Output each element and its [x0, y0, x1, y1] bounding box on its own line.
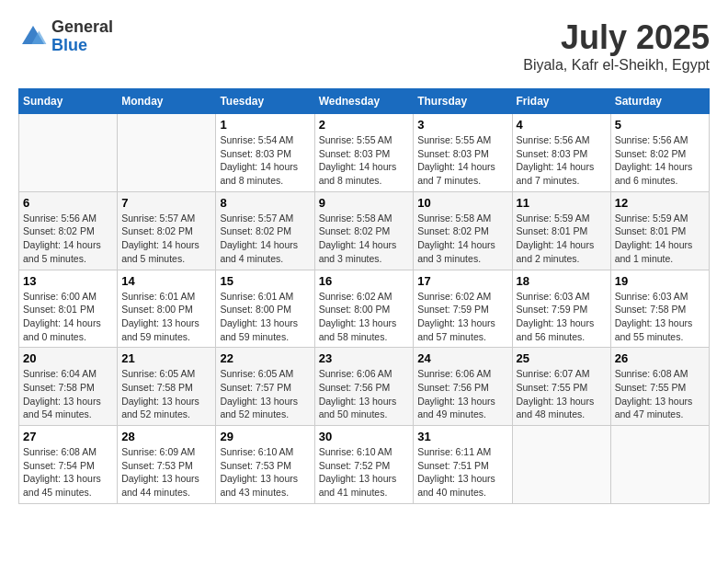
day-info: Sunrise: 6:05 AM Sunset: 7:57 PM Dayligh… [220, 367, 310, 421]
calendar-cell: 13Sunrise: 6:00 AM Sunset: 8:01 PM Dayli… [19, 270, 118, 348]
calendar-cell: 23Sunrise: 6:06 AM Sunset: 7:56 PM Dayli… [314, 348, 414, 426]
day-info: Sunrise: 6:03 AM Sunset: 7:58 PM Dayligh… [615, 290, 705, 344]
day-number: 8 [220, 196, 310, 210]
day-number: 19 [615, 274, 705, 288]
calendar-cell: 28Sunrise: 6:09 AM Sunset: 7:53 PM Dayli… [118, 426, 216, 504]
calendar-weekday-header: Monday [118, 89, 216, 114]
day-info: Sunrise: 6:04 AM Sunset: 7:58 PM Dayligh… [23, 367, 113, 421]
calendar-cell: 22Sunrise: 6:05 AM Sunset: 7:57 PM Dayli… [216, 348, 314, 426]
day-info: Sunrise: 6:05 AM Sunset: 7:58 PM Dayligh… [121, 367, 211, 421]
calendar-cell [19, 114, 118, 192]
calendar-cell: 11Sunrise: 5:59 AM Sunset: 8:01 PM Dayli… [512, 191, 610, 270]
logo-text: General Blue [51, 18, 113, 55]
day-info: Sunrise: 5:57 AM Sunset: 8:02 PM Dayligh… [121, 212, 211, 266]
day-info: Sunrise: 6:06 AM Sunset: 7:56 PM Dayligh… [319, 367, 410, 421]
title-block: July 2025 Biyala, Kafr el-Sheikh, Egypt [523, 18, 710, 74]
day-number: 13 [23, 274, 113, 288]
day-info: Sunrise: 6:11 AM Sunset: 7:51 PM Dayligh… [417, 445, 507, 500]
day-number: 15 [220, 274, 310, 288]
day-info: Sunrise: 6:07 AM Sunset: 7:55 PM Dayligh… [517, 367, 607, 421]
day-info: Sunrise: 5:55 AM Sunset: 8:03 PM Dayligh… [319, 133, 410, 188]
calendar-cell: 29Sunrise: 6:10 AM Sunset: 7:53 PM Dayli… [216, 426, 314, 504]
calendar-week-row: 27Sunrise: 6:08 AM Sunset: 7:54 PM Dayli… [19, 426, 710, 504]
day-number: 16 [319, 274, 410, 288]
day-number: 2 [319, 118, 410, 132]
day-info: Sunrise: 6:00 AM Sunset: 8:01 PM Dayligh… [23, 290, 113, 344]
day-info: Sunrise: 6:10 AM Sunset: 7:52 PM Dayligh… [319, 445, 410, 500]
day-number: 10 [417, 196, 507, 210]
calendar-cell: 21Sunrise: 6:05 AM Sunset: 7:58 PM Dayli… [118, 348, 216, 426]
page-header: General Blue July 2025 Biyala, Kafr el-S… [18, 18, 710, 74]
calendar-cell: 8Sunrise: 5:57 AM Sunset: 8:02 PM Daylig… [216, 191, 314, 270]
calendar-cell [118, 114, 216, 192]
logo-icon [18, 22, 48, 52]
day-number: 21 [121, 351, 211, 365]
day-info: Sunrise: 5:56 AM Sunset: 8:02 PM Dayligh… [23, 212, 113, 266]
calendar-cell: 6Sunrise: 5:56 AM Sunset: 8:02 PM Daylig… [19, 191, 118, 270]
calendar-table: SundayMondayTuesdayWednesdayThursdayFrid… [18, 88, 710, 504]
day-number: 25 [517, 351, 607, 365]
calendar-cell [512, 426, 610, 504]
calendar-cell: 18Sunrise: 6:03 AM Sunset: 7:59 PM Dayli… [512, 270, 610, 348]
calendar-weekday-header: Tuesday [216, 89, 314, 114]
day-number: 27 [23, 430, 113, 443]
calendar-cell: 14Sunrise: 6:01 AM Sunset: 8:00 PM Dayli… [118, 270, 216, 348]
calendar-cell: 31Sunrise: 6:11 AM Sunset: 7:51 PM Dayli… [414, 426, 512, 504]
day-info: Sunrise: 6:01 AM Sunset: 8:00 PM Dayligh… [121, 290, 211, 344]
calendar-cell: 16Sunrise: 6:02 AM Sunset: 8:00 PM Dayli… [314, 270, 414, 348]
day-number: 28 [121, 430, 211, 443]
day-info: Sunrise: 6:08 AM Sunset: 7:54 PM Dayligh… [23, 445, 113, 500]
calendar-weekday-header: Thursday [414, 89, 512, 114]
calendar-cell: 12Sunrise: 5:59 AM Sunset: 8:01 PM Dayli… [610, 191, 709, 270]
calendar-weekday-header: Saturday [610, 89, 709, 114]
day-number: 11 [517, 196, 607, 210]
day-number: 24 [417, 351, 507, 365]
day-info: Sunrise: 5:59 AM Sunset: 8:01 PM Dayligh… [615, 212, 705, 266]
day-number: 22 [220, 351, 310, 365]
day-number: 4 [517, 118, 607, 132]
day-number: 1 [220, 118, 310, 132]
calendar-cell: 24Sunrise: 6:06 AM Sunset: 7:56 PM Dayli… [414, 348, 512, 426]
day-number: 26 [615, 351, 705, 365]
logo-general-text: General [51, 18, 113, 37]
day-number: 30 [319, 430, 410, 443]
day-info: Sunrise: 6:08 AM Sunset: 7:55 PM Dayligh… [615, 367, 705, 421]
day-number: 3 [417, 118, 507, 132]
day-info: Sunrise: 6:02 AM Sunset: 8:00 PM Dayligh… [319, 290, 410, 344]
calendar-header-row: SundayMondayTuesdayWednesdayThursdayFrid… [19, 89, 710, 114]
day-number: 5 [615, 118, 705, 132]
day-number: 14 [121, 274, 211, 288]
calendar-cell: 5Sunrise: 5:56 AM Sunset: 8:02 PM Daylig… [610, 114, 709, 192]
calendar-cell: 9Sunrise: 5:58 AM Sunset: 8:02 PM Daylig… [314, 191, 414, 270]
calendar-week-row: 20Sunrise: 6:04 AM Sunset: 7:58 PM Dayli… [19, 348, 710, 426]
calendar-cell: 27Sunrise: 6:08 AM Sunset: 7:54 PM Dayli… [19, 426, 118, 504]
day-number: 20 [23, 351, 113, 365]
day-info: Sunrise: 5:57 AM Sunset: 8:02 PM Dayligh… [220, 212, 310, 266]
calendar-cell: 7Sunrise: 5:57 AM Sunset: 8:02 PM Daylig… [118, 191, 216, 270]
day-number: 12 [615, 196, 705, 210]
day-number: 6 [23, 196, 113, 210]
calendar-weekday-header: Wednesday [314, 89, 414, 114]
calendar-week-row: 13Sunrise: 6:00 AM Sunset: 8:01 PM Dayli… [19, 270, 710, 348]
calendar-cell: 26Sunrise: 6:08 AM Sunset: 7:55 PM Dayli… [610, 348, 709, 426]
calendar-cell: 25Sunrise: 6:07 AM Sunset: 7:55 PM Dayli… [512, 348, 610, 426]
day-number: 17 [417, 274, 507, 288]
day-info: Sunrise: 5:55 AM Sunset: 8:03 PM Dayligh… [417, 133, 507, 188]
calendar-cell: 3Sunrise: 5:55 AM Sunset: 8:03 PM Daylig… [414, 114, 512, 192]
calendar-cell: 15Sunrise: 6:01 AM Sunset: 8:00 PM Dayli… [216, 270, 314, 348]
calendar-weekday-header: Sunday [19, 89, 118, 114]
calendar-cell: 17Sunrise: 6:02 AM Sunset: 7:59 PM Dayli… [414, 270, 512, 348]
calendar-cell: 30Sunrise: 6:10 AM Sunset: 7:52 PM Dayli… [314, 426, 414, 504]
calendar-cell: 10Sunrise: 5:58 AM Sunset: 8:02 PM Dayli… [414, 191, 512, 270]
month-year-title: July 2025 [523, 18, 710, 57]
day-info: Sunrise: 5:56 AM Sunset: 8:02 PM Dayligh… [615, 133, 705, 188]
calendar-cell: 20Sunrise: 6:04 AM Sunset: 7:58 PM Dayli… [19, 348, 118, 426]
logo-blue-text: Blue [51, 37, 113, 55]
day-info: Sunrise: 5:58 AM Sunset: 8:02 PM Dayligh… [417, 212, 507, 266]
day-number: 18 [517, 274, 607, 288]
day-info: Sunrise: 6:10 AM Sunset: 7:53 PM Dayligh… [220, 445, 310, 500]
day-number: 23 [319, 351, 410, 365]
calendar-cell: 2Sunrise: 5:55 AM Sunset: 8:03 PM Daylig… [314, 114, 414, 192]
calendar-weekday-header: Friday [512, 89, 610, 114]
day-info: Sunrise: 5:58 AM Sunset: 8:02 PM Dayligh… [319, 212, 410, 266]
